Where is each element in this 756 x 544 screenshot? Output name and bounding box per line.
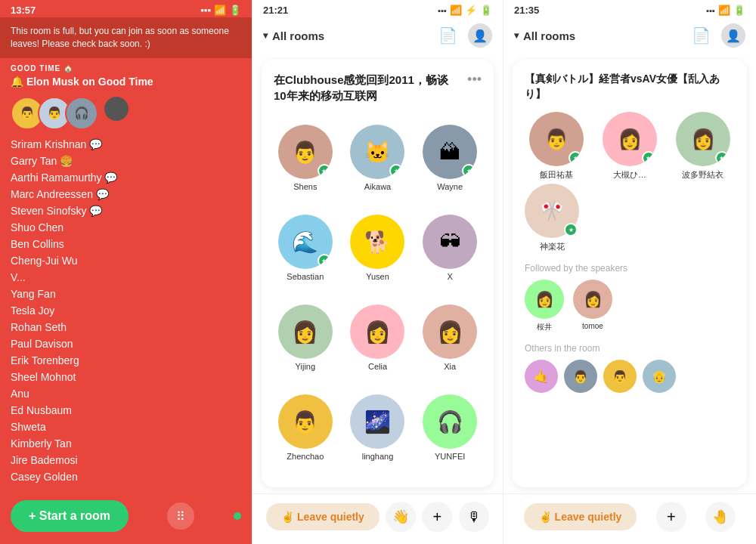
avatar-cell: 👩 Xia [418,304,482,385]
avatar-img: 👨 [603,360,637,393]
avatar-nav[interactable]: 👤 [468,23,492,48]
more-options-icon[interactable]: ••• [467,72,482,88]
time-3: 21:35 [514,5,539,16]
avatar-name: linghang [362,452,394,461]
avatar-cell: 🕶 X [418,215,482,295]
document-icon[interactable]: 📄 [438,26,457,45]
avatar-nav-3[interactable]: 👤 [721,23,745,48]
mute-indicator [104,97,129,121]
avatar-cell: 🎧 YUNFEI [418,394,482,475]
speaker-badge: ★ [318,164,331,178]
avatar-img: 👩 ★ [603,112,657,166]
all-rooms-button-3[interactable]: ▾ All rooms [514,29,575,42]
room-title-3: 【真剣バトル】経営者vsAV女優【乱入あり】 [525,72,735,101]
avatar-name: tomoe [582,322,603,330]
status-icons-2: ▪▪▪ 📶 ⚡ 🔋 [438,5,492,16]
avatar-img: 🌌 [350,394,404,449]
avatar-cell: 👩 tomoe [573,280,612,332]
nav-bar-3: ▾ All rooms 📄 👤 [503,17,756,54]
nav-icons-3: 📄 👤 [692,23,745,48]
avatar-cell: 👨 ★ 飯田祐基 [525,112,589,181]
avatar-name: Xia [444,362,456,371]
nav-icons-2: 📄 👤 [438,23,492,48]
member-name: Rohan Seth [11,321,67,333]
wave-icon: 🤚 [712,508,729,525]
list-item: V... [11,269,241,286]
list-item: Erik Torenberg [11,352,241,369]
avatar: 🎧 [65,97,98,130]
leave-quietly-button-3[interactable]: ✌️ Leave quietly [524,503,637,530]
member-name: Aarthi Ramamurthy 💬 [11,172,117,184]
raise-hand-button[interactable]: 👋 [386,502,416,532]
room-card-2: 在Clubhouse感觉回到2011，畅谈10年来的移动互联网 ••• 👨 ★ … [262,60,494,487]
avatar-cell: 👩 Celia [346,304,410,385]
avatar-name: Yijing [296,362,316,371]
avatar-img: 🎌 ★ [525,184,579,238]
member-name: Kimberly Tan [11,437,72,450]
leave-quietly-button[interactable]: ✌️ Leave quietly [266,503,380,530]
good-time-label: GOOD TIME 🏠 [0,58,252,76]
status-bar-1: 13:57 ▪▪▪ 📶 🔋 [0,0,252,17]
avatar-name: Sebastian [287,272,324,281]
add-button-3[interactable]: + [656,502,686,532]
single-speaker-row: 🎌 ★ 神楽花 [525,184,735,252]
member-name: Ben Collins [11,238,64,250]
plus-icon: + [433,508,442,526]
wifi-icon-2: 📶 [450,5,462,16]
microphone-button[interactable]: 🎙 [459,502,489,532]
list-item: Sriram Krishnan 💬 [11,136,241,153]
member-name: Casey Golden [11,471,78,483]
grid-icon: ⠿ [176,509,185,524]
avatar-img: 👨 [278,394,333,449]
member-name: Yang Fan [11,288,56,300]
avatar-cell: 👩 Yijing [274,304,337,385]
avatar-img: 👨 [564,360,597,393]
room-title-2: 在Clubhouse感觉回到2011，畅谈10年来的移动互联网 [274,72,451,104]
all-rooms-button[interactable]: ▾ All rooms [263,29,324,42]
speaker-badge: ★ [462,164,476,178]
avatar-img: 🐕 [350,215,404,269]
grid-menu-button[interactable]: ⠿ [167,502,194,530]
member-name: Cheng-Jui Wu [11,255,77,267]
avatar-name: Yusen [366,272,389,281]
document-icon-3[interactable]: 📄 [692,26,711,45]
chevron-down-icon-3: ▾ [514,30,519,41]
list-item: Anu [11,385,241,402]
others-row: 🤙 👨 👨 👴 [525,360,735,393]
avatar-cell: 👨 Zhenchao [274,394,337,475]
signal-icon-3: ▪▪▪ [706,6,715,15]
member-name: Tesla Joy [11,304,54,317]
list-item: Shweta [11,419,241,435]
avatar-img: 🌊 ★ [278,215,333,269]
bottom-bar-3: ✌️ Leave quietly + 🤚 [503,493,756,544]
signal-icon-2: ▪▪▪ [438,6,447,15]
time-2: 21:21 [263,5,288,16]
speaker-badge: ★ [389,164,403,178]
avatar-img: 👩 [573,280,612,319]
start-room-button[interactable]: + Start a room [11,500,129,532]
list-item: Tesla Joy [11,302,241,319]
avatar-name: Zhenchao [287,452,324,461]
member-name: Ed Nusbaum [11,404,72,416]
wave-button-3[interactable]: 🤚 [705,502,736,532]
avatar-img: 👩 [350,304,404,359]
list-item: Marc Andreessen 💬 [11,186,241,202]
speaker-badge: ★ [318,254,331,267]
panel-1: 13:57 ▪▪▪ 📶 🔋 This room is full, but you… [0,0,252,544]
list-item: Garry Tan 🍔 [11,153,241,169]
member-name: Garry Tan 🍔 [11,155,73,167]
avatar-img: 👨 ★ [278,125,333,179]
avatar-name: 桜井 [537,322,552,332]
plus-icon-3: + [667,508,676,526]
battery-icon-2: 🔋 [480,5,492,16]
member-name: Sriram Krishnan 💬 [11,138,102,150]
avatar-name: YUNFEI [435,452,465,461]
bottom-bar-1: + Start a room ⠿ [0,491,252,544]
status-icons-3: ▪▪▪ 📶 🔋 [706,5,745,16]
avatar-row: 👨 👨 🎧 [0,94,252,136]
list-item: Ben Collins [11,236,241,252]
add-button[interactable]: + [422,502,452,532]
speaker-badge: ★ [642,151,655,165]
list-item: Jire Bademosi [11,452,241,468]
avatar-img: 🏔 ★ [423,125,477,179]
